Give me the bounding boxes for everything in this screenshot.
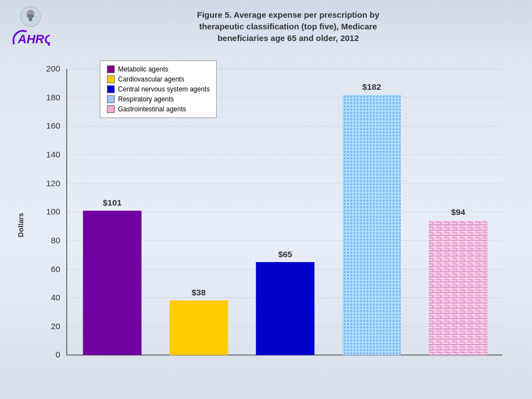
svg-text:40: 40 <box>51 293 60 302</box>
legend-item-gastrointestinal: Gastrointestinal agents <box>107 105 209 113</box>
ahrq-logo: AHRQ <box>11 29 50 47</box>
legend-swatch-respiratory-icon <box>107 95 115 103</box>
chart-area: Dollars Metabolic agents Cardiovascular … <box>17 55 515 395</box>
svg-text:180: 180 <box>46 93 60 102</box>
legend-item-cardiovascular: Cardiovascular agents <box>107 75 209 83</box>
logo-area: AHRQ <box>11 6 50 47</box>
svg-text:160: 160 <box>46 121 60 130</box>
svg-rect-12 <box>108 106 115 113</box>
bar-label-gastrointestinal: $94 <box>451 207 466 217</box>
y-axis-label: Dollars <box>17 55 28 395</box>
legend-label-gastrointestinal: Gastrointestinal agents <box>118 105 186 113</box>
bar-label-metabolic: $101 <box>103 198 122 207</box>
bar-metabolic <box>83 211 142 355</box>
ahrq-logo-icon: AHRQ <box>11 29 50 47</box>
chart-title: Figure 5. Average expense per prescripti… <box>61 9 515 44</box>
legend-swatch-cardiovascular <box>107 75 115 83</box>
svg-text:20: 20 <box>51 321 60 331</box>
svg-text:120: 120 <box>46 178 60 188</box>
bar-gastrointestinal <box>429 221 488 355</box>
legend-item-metabolic: Metabolic agents <box>107 65 209 73</box>
bar-respiratory <box>342 95 401 355</box>
legend: Metabolic agents Cardiovascular agents C… <box>100 60 217 118</box>
header: AHRQ Figure 5. Average expense per presc… <box>0 0 532 49</box>
bar-label-respiratory: $182 <box>362 82 381 91</box>
svg-text:100: 100 <box>46 207 60 216</box>
legend-label-cardiovascular: Cardiovascular agents <box>118 75 184 83</box>
svg-text:200: 200 <box>46 64 60 73</box>
svg-point-4 <box>28 10 33 14</box>
bar-label-cardiovascular: $38 <box>192 288 206 297</box>
legend-swatch-cns <box>107 85 115 93</box>
svg-text:140: 140 <box>46 150 60 159</box>
svg-rect-8 <box>108 96 115 103</box>
bar-label-cns: $65 <box>278 249 293 259</box>
hhs-logo-icon <box>19 6 42 28</box>
chart-svg-wrapper: Metabolic agents Cardiovascular agents C… <box>28 55 515 395</box>
svg-text:AHRQ: AHRQ <box>17 32 50 46</box>
legend-label-respiratory: Respiratory agents <box>118 95 174 103</box>
chart-inner: Metabolic agents Cardiovascular agents C… <box>28 55 515 395</box>
svg-text:80: 80 <box>51 236 60 245</box>
chart-container: Dollars Metabolic agents Cardiovascular … <box>0 49 532 398</box>
legend-swatch-gastrointestinal-icon <box>107 105 115 113</box>
legend-label-metabolic: Metabolic agents <box>118 65 168 73</box>
legend-swatch-metabolic <box>107 65 115 73</box>
legend-item-respiratory: Respiratory agents <box>107 95 209 103</box>
legend-item-cns: Central nervous system agents <box>107 85 209 93</box>
legend-label-cns: Central nervous system agents <box>118 85 209 93</box>
page-wrapper: AHRQ Figure 5. Average expense per presc… <box>0 0 532 399</box>
svg-text:0: 0 <box>55 350 60 359</box>
svg-text:60: 60 <box>51 264 60 274</box>
bar-cardiovascular <box>170 300 228 355</box>
bar-cns <box>256 262 315 355</box>
